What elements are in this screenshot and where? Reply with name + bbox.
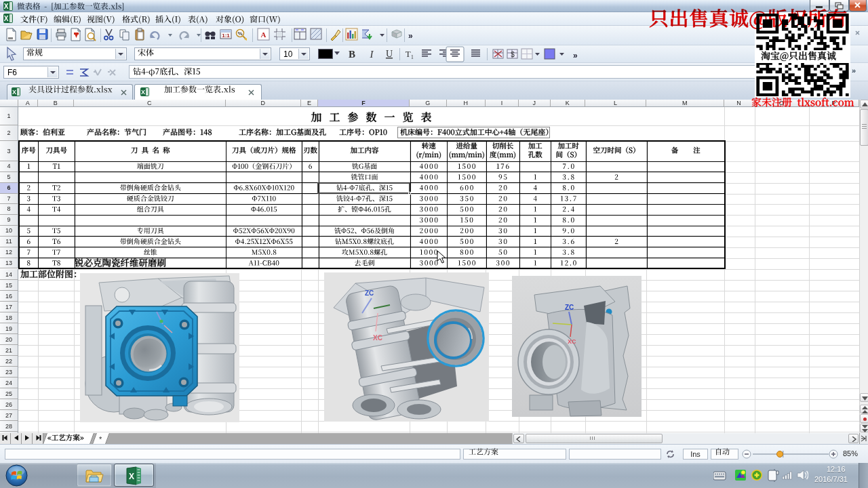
svg-text:»: »	[408, 31, 413, 41]
svg-text:U: U	[386, 49, 393, 59]
svg-text:$: $	[511, 51, 515, 58]
svg-text:I: I	[370, 49, 374, 60]
svg-text:B: B	[349, 49, 355, 60]
svg-text:X: X	[129, 472, 134, 481]
svg-text:X: X	[141, 89, 145, 96]
svg-text:XC: XC	[568, 338, 576, 345]
svg-text:%: %	[237, 30, 242, 37]
svg-text:X: X	[4, 3, 9, 10]
svg-text:XC: XC	[373, 334, 382, 342]
svg-text:ZC: ZC	[565, 304, 574, 311]
svg-text:1:1: 1:1	[222, 33, 230, 39]
svg-text:ZC: ZC	[365, 289, 374, 297]
svg-text:»: »	[573, 51, 578, 60]
svg-text:A: A	[261, 30, 267, 39]
svg-text:T₁: T₁	[406, 49, 414, 59]
svg-text:X: X	[4, 15, 9, 22]
svg-text:X: X	[12, 89, 16, 96]
